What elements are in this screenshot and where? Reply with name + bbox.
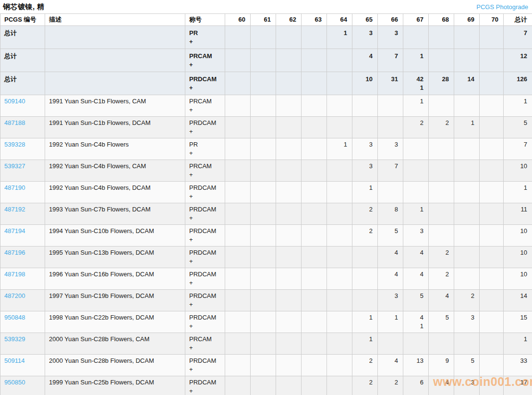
grade-67-count-cell: 41	[403, 311, 429, 333]
grade-60-count-cell	[225, 95, 251, 117]
grade-65-count-cell: 3	[352, 26, 378, 49]
grade-63-count-cell	[302, 182, 327, 203]
grade-70-count-cell	[480, 225, 504, 247]
grade-count-value	[280, 357, 296, 365]
grade-count-value	[484, 119, 498, 127]
grade-count-value	[280, 292, 296, 300]
column-header-grade-66: 66	[378, 14, 403, 26]
grade-61-count-cell	[251, 72, 276, 95]
pcgs-number-link[interactable]: 539329	[4, 335, 25, 343]
grade-61-count-cell	[251, 203, 276, 225]
pcgs-number-cell: 487196	[0, 247, 45, 268]
grade-62-count-cell	[276, 290, 302, 311]
grade-count-value	[280, 227, 296, 235]
grade-67-count-cell	[403, 138, 429, 160]
grade-count-value	[254, 29, 271, 37]
pcgs-number-link[interactable]: 509114	[4, 357, 24, 364]
pcgs-number-link[interactable]: 487196	[4, 249, 25, 256]
designation-label: PRDCAM	[189, 184, 221, 192]
grade-count-value	[331, 378, 347, 387]
summary-total-label: 总计	[4, 29, 17, 37]
pcgs-number-cell: 950850	[0, 376, 45, 395]
pcgs-number-link[interactable]: 487198	[4, 271, 25, 278]
grade-count-value	[433, 227, 449, 235]
grade-count-value: 7	[382, 162, 398, 171]
grade-count-value	[331, 97, 347, 106]
grade-count-value	[484, 313, 498, 322]
grade-count-value	[229, 270, 245, 279]
grade-count-value: 4	[433, 292, 449, 300]
grade-68-count-cell: 4	[429, 290, 454, 311]
grade-count-value	[305, 378, 322, 387]
grade-count-value: 3	[356, 29, 373, 37]
column-header-grade-60: 60	[225, 14, 251, 26]
grade-count-value	[254, 119, 271, 127]
pcgs-number-link[interactable]: 487188	[4, 119, 25, 126]
grade-count-value	[356, 97, 373, 106]
pcgs-number-link[interactable]: 487200	[4, 292, 25, 299]
grade-69-count-cell	[454, 203, 480, 225]
grade-count-value	[484, 52, 498, 61]
table-row: 5393292000 Yuan Sun-C28b Flowers, CAMPRC…	[0, 333, 532, 355]
column-header-grade-69: 69	[454, 14, 480, 26]
grade-66-count-cell	[378, 117, 403, 138]
total-count-cell: 1	[504, 95, 532, 117]
grade-count-value	[331, 184, 347, 192]
grade-69-count-cell: 1	[454, 117, 480, 138]
grade-count-value	[305, 97, 322, 106]
designation-cell: PRCAM+	[185, 333, 225, 355]
grade-66-count-cell: 5	[378, 225, 403, 247]
description-cell: 1991 Yuan Sun-C1b Flowers, CAM	[45, 95, 185, 117]
pcgs-number-link[interactable]: 950848	[4, 314, 25, 321]
description-cell: 1991 Yuan Sun-C1b Flowers, DCAM	[45, 117, 185, 138]
grade-count-value	[331, 227, 347, 235]
grade-count-value	[484, 75, 498, 84]
grade-64-count-cell	[327, 117, 352, 138]
grade-count-value	[229, 140, 245, 149]
grade-63-count-cell	[302, 160, 327, 182]
grade-61-count-cell	[251, 311, 276, 333]
pcgs-number-link[interactable]: 950850	[4, 379, 25, 386]
grade-count-value	[407, 162, 423, 171]
grade-count-value	[229, 248, 245, 257]
grade-60-count-cell	[225, 225, 251, 247]
grade-count-value: 5	[382, 227, 398, 235]
pcgs-number-link[interactable]: 539327	[4, 162, 25, 170]
column-header-grade-61: 61	[251, 14, 276, 26]
summary-total-label: 总计	[4, 52, 17, 60]
grade-count-value	[433, 52, 449, 61]
grade-count-value	[305, 248, 322, 257]
total-count-cell: 33	[504, 355, 532, 376]
grade-count-value	[229, 29, 245, 37]
designation-label: PRDCAM	[189, 248, 221, 257]
grade-61-count-cell	[251, 355, 276, 376]
total-count-value: 14	[508, 292, 527, 300]
grade-61-count-cell	[251, 95, 276, 117]
grade-count-value	[382, 335, 398, 344]
pcgs-number-link[interactable]: 487192	[4, 206, 25, 213]
grade-70-count-cell	[480, 290, 504, 311]
table-row: 9508501999 Yuan Sun-C25b Flowers, DCAMPR…	[0, 376, 532, 395]
table-row: 4871921993 Yuan Sun-C7b Flowers, DCAMPRD…	[0, 203, 532, 225]
grade-count-value: 2	[458, 292, 474, 300]
grade-68-count-cell	[429, 26, 454, 49]
pcgs-number-cell: 487190	[0, 182, 45, 203]
grade-68-count-cell	[429, 160, 454, 182]
grade-count-value	[254, 140, 271, 149]
grade-count-value	[458, 270, 474, 279]
grade-count-value	[433, 162, 449, 171]
grade-count-value	[305, 227, 322, 235]
grade-count-value: 2	[433, 119, 449, 127]
grade-count-value	[407, 29, 423, 37]
pcgs-number-link[interactable]: 539328	[4, 141, 25, 148]
grade-62-count-cell	[276, 203, 302, 225]
pcgs-number-link[interactable]: 509140	[4, 98, 25, 105]
title-bar: 钢芯镀镍, 精 PCGS Photograde	[0, 0, 532, 13]
pcgs-number-link[interactable]: 487190	[4, 184, 25, 191]
photograde-link[interactable]: PCGS Photograde	[476, 3, 528, 11]
pcgs-number-link[interactable]: 487194	[4, 227, 25, 235]
grade-count-value	[305, 119, 322, 127]
designation-plus-label: +	[189, 127, 221, 136]
grade-69-count-cell	[454, 333, 480, 355]
grade-69-count-cell	[454, 160, 480, 182]
